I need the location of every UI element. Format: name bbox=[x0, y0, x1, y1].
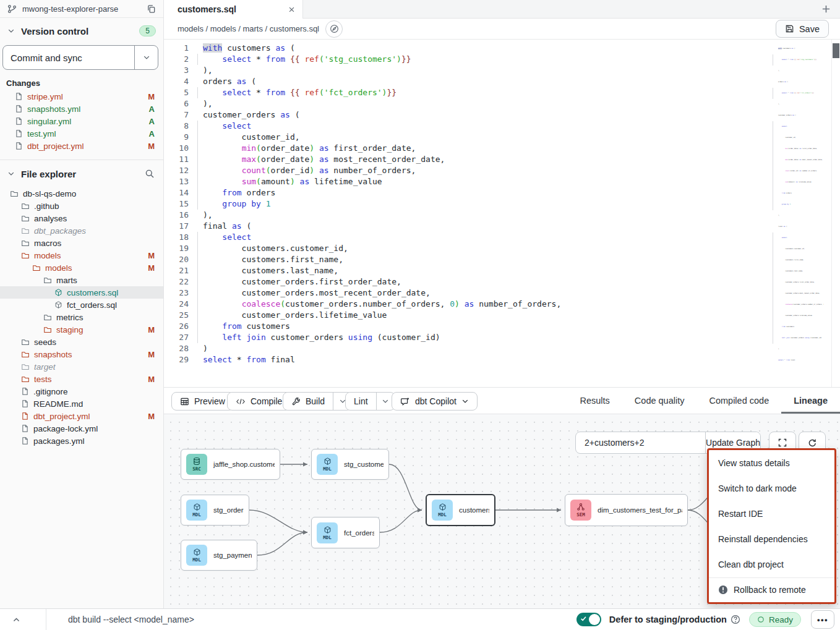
tree-item-dbt-project-yml[interactable]: dbt_project.ymlM bbox=[0, 410, 163, 422]
tree-item--github[interactable]: .github bbox=[0, 200, 163, 212]
code-editor[interactable]: 1with customers as (2 select * from {{ r… bbox=[164, 40, 840, 387]
tree-item-package-lock-yml[interactable]: package-lock.yml bbox=[0, 422, 163, 435]
tree-item-name: staging bbox=[56, 325, 144, 334]
collapse-panel-button[interactable] bbox=[0, 609, 46, 630]
tree-item-packages-yml[interactable]: packages.yml bbox=[0, 435, 163, 447]
tree-item-metrics[interactable]: metrics bbox=[0, 311, 163, 323]
code-line: select * from {{ ref('fct_orders')}} bbox=[764, 88, 824, 99]
tab-lineage[interactable]: Lineage bbox=[781, 388, 840, 414]
tree-item-macros[interactable]: macros bbox=[0, 237, 163, 249]
scrollbar-thumb[interactable] bbox=[833, 43, 839, 58]
node-type-badge: MDL bbox=[186, 500, 207, 521]
new-tab-button[interactable] bbox=[812, 0, 840, 18]
toolbar-button-main[interactable]: Build bbox=[283, 393, 333, 410]
folder-icon bbox=[21, 252, 30, 260]
lineage-canvas[interactable]: SRCjaffle_shop.customersMDLstg_customers… bbox=[164, 414, 840, 608]
lineage-node-fct_orders[interactable]: MDLfct_orders bbox=[311, 517, 380, 548]
compass-icon[interactable] bbox=[325, 20, 343, 38]
code-line: 14 from orders bbox=[164, 187, 760, 198]
changed-file-row[interactable]: stripe.ymlM bbox=[0, 90, 163, 103]
tree-item-target[interactable]: target bbox=[0, 360, 163, 373]
project-name: mwong-test-explorer-parse bbox=[22, 4, 141, 14]
help-icon[interactable] bbox=[731, 615, 740, 624]
lineage-node-stg_orders[interactable]: MDLstg_orders bbox=[181, 495, 249, 526]
tree-item--gitignore[interactable]: .gitignore bbox=[0, 385, 163, 398]
lineage-filter-input[interactable] bbox=[576, 432, 705, 453]
code-line: left join customer_orders using (custome… bbox=[764, 333, 824, 344]
toolbar-button-lint[interactable]: Lint bbox=[345, 392, 395, 411]
code-line: sum(amount) as lifetime_value bbox=[764, 177, 824, 188]
status-ready-pill[interactable]: Ready bbox=[749, 612, 801, 627]
changed-file-row[interactable]: singular.ymlA bbox=[0, 115, 163, 127]
lineage-node-stg_payments[interactable]: MDLstg_payments bbox=[181, 540, 257, 571]
lineage-node-dim_customers_test_for_parse[interactable]: SEMdim_customers_test_for_parse bbox=[565, 494, 688, 526]
toolbar-button-main[interactable]: Compile bbox=[228, 393, 290, 410]
toolbar-button-preview[interactable]: Preview bbox=[171, 392, 234, 411]
changed-file-name: singular.yml bbox=[27, 117, 145, 126]
tree-item-customers-sql[interactable]: customers.sql bbox=[0, 286, 163, 299]
changed-file-row[interactable]: snapshots.ymlA bbox=[0, 103, 163, 115]
commit-and-sync-button[interactable]: Commit and sync bbox=[2, 45, 158, 70]
node-type-label: MDL bbox=[192, 512, 201, 517]
tab-customers-sql[interactable]: customers.sql bbox=[164, 0, 303, 19]
lineage-node-customers[interactable]: MDLcustomers bbox=[426, 494, 495, 526]
search-icon[interactable] bbox=[144, 168, 156, 180]
tab-code-quality[interactable]: Code quality bbox=[622, 388, 697, 414]
tree-item-seeds[interactable]: seeds bbox=[0, 336, 163, 348]
more-options-button[interactable]: ••• bbox=[811, 610, 834, 629]
tree-item-tests[interactable]: testsM bbox=[0, 373, 163, 385]
tree-item-readme-md[interactable]: README.md bbox=[0, 398, 163, 410]
tree-item-fct-orders-sql[interactable]: fct_orders.sql bbox=[0, 299, 163, 311]
menu-item-clean-dbt-project[interactable]: Clean dbt project bbox=[709, 552, 834, 577]
node-type-badge: MDL bbox=[317, 522, 338, 543]
changed-file-row[interactable]: test.ymlA bbox=[0, 127, 163, 140]
change-status-letter: A bbox=[149, 129, 155, 138]
tab-results[interactable]: Results bbox=[568, 388, 622, 414]
minimap[interactable]: with customers as ( select * from {{ ref… bbox=[764, 43, 824, 366]
tree-item-dbt-packages[interactable]: dbt_packages bbox=[0, 224, 163, 237]
tree-item-staging[interactable]: stagingM bbox=[0, 323, 163, 336]
toolbar-button-build[interactable]: Build bbox=[283, 392, 352, 411]
tab-compiled-code[interactable]: Compiled code bbox=[696, 388, 781, 414]
status-bar: dbt build --select <model_name> Defer to… bbox=[0, 608, 840, 630]
lineage-node-stg_customers[interactable]: MDLstg_customers bbox=[311, 449, 389, 480]
toolbar-button-main[interactable]: Lint bbox=[346, 393, 376, 410]
menu-item-view-status-details[interactable]: View status details bbox=[709, 450, 834, 475]
toolbar-button-compile[interactable]: Compile bbox=[227, 392, 291, 411]
code-area[interactable]: 1with customers as (2 select * from {{ r… bbox=[164, 43, 760, 365]
close-icon[interactable] bbox=[288, 6, 295, 13]
toggle-knob bbox=[589, 614, 600, 625]
file-tree: db-sl-qs-demo.githubanalysesdbt_packages… bbox=[0, 187, 163, 447]
menu-item-rollback-to-remote[interactable]: Rollback to remote bbox=[709, 578, 834, 602]
copy-icon[interactable] bbox=[145, 3, 157, 15]
editor-scrollbar[interactable] bbox=[831, 40, 840, 387]
tree-item-db-sl-qs-demo[interactable]: db-sl-qs-demo bbox=[0, 187, 163, 200]
lineage-node-jaffle_shop-customers[interactable]: SRCjaffle_shop.customers bbox=[181, 449, 280, 480]
defer-toggle[interactable] bbox=[576, 613, 601, 626]
toolbar-button-label: dbt Copilot bbox=[415, 396, 456, 406]
changed-file-row[interactable]: dbt_project.ymlM bbox=[0, 140, 163, 152]
code-line: coalesce(customer_orders.number_of_order… bbox=[764, 299, 824, 310]
menu-item-reinstall-dependencies[interactable]: Reinstall dependencies bbox=[709, 526, 834, 551]
menu-item-restart-ide[interactable]: Restart IDE bbox=[709, 501, 834, 526]
changes-count-badge: 5 bbox=[139, 25, 156, 36]
toolbar-button-main[interactable]: Preview bbox=[172, 393, 233, 410]
code-line-text: select * from final bbox=[764, 355, 795, 366]
code-line: 25 customer_orders.lifetime_value bbox=[164, 310, 760, 321]
menu-item-switch-to-dark-mode[interactable]: Switch to dark mode bbox=[709, 475, 834, 501]
save-button[interactable]: Save bbox=[776, 20, 829, 38]
code-line: min(order_date) as first_order_date, bbox=[764, 143, 824, 155]
tree-item-name: dbt_packages bbox=[34, 226, 155, 236]
version-control-header[interactable]: Version control 5 bbox=[0, 18, 163, 41]
file-explorer-header[interactable]: File explorer bbox=[0, 160, 163, 185]
tree-item-models[interactable]: modelsM bbox=[0, 249, 163, 262]
tree-item-marts[interactable]: marts bbox=[0, 274, 163, 286]
command-input[interactable]: dbt build --select <model_name> bbox=[46, 615, 576, 624]
commit-dropdown-chevron-icon[interactable] bbox=[134, 46, 158, 69]
toolbar-button-dbt-copilot[interactable]: dbt Copilot bbox=[392, 392, 478, 411]
chevron-down-icon bbox=[461, 398, 469, 405]
tree-item-models[interactable]: modelsM bbox=[0, 262, 163, 274]
toolbar-button-main[interactable]: dbt Copilot bbox=[392, 393, 477, 410]
tree-item-snapshots[interactable]: snapshotsM bbox=[0, 348, 163, 360]
tree-item-analyses[interactable]: analyses bbox=[0, 212, 163, 224]
